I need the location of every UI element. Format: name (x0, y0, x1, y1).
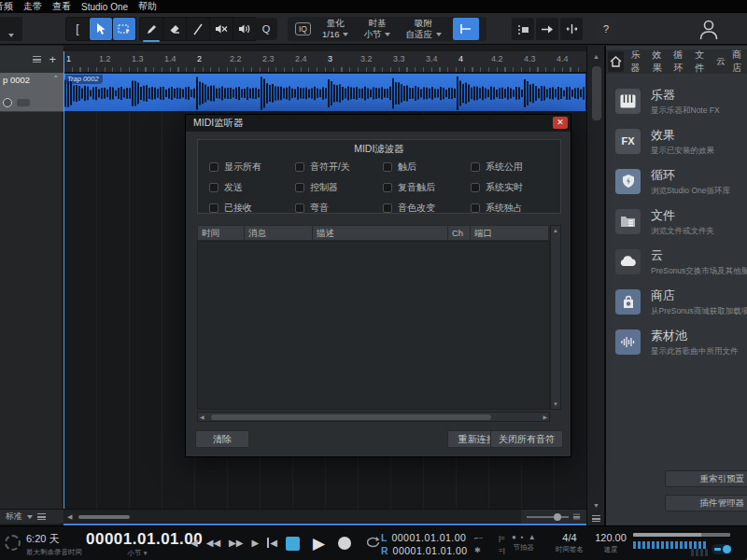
precount-icon[interactable]: ● (512, 533, 516, 541)
scroll-down-icon[interactable]: ▼ (593, 502, 599, 509)
browser-item-shop[interactable]: 商店从PreSonus商城获取加载项 (615, 289, 747, 317)
nudge-back-icon[interactable]: ◀ (190, 538, 198, 548)
performance-meter-icon[interactable] (5, 535, 21, 551)
tab-cloud[interactable]: 云 (716, 55, 726, 68)
dialog-vertical-scrollbar[interactable]: ▲ ▼ (550, 225, 561, 410)
browser-item-files[interactable]: 文件浏览文件或文件夹 (615, 209, 747, 237)
range-tool-button[interactable] (113, 18, 135, 40)
arrange-view-dropdown[interactable] (0, 17, 22, 41)
help-button[interactable]: ? (595, 18, 617, 40)
reindex-presets-button[interactable]: 重索引预置 (665, 470, 747, 487)
menu-item[interactable]: 查看 (52, 0, 71, 13)
loop-start-value[interactable]: 00001.01.01.00 (391, 531, 466, 544)
browser-item-cloud[interactable]: 云PreSonus交换市场及其他服务 (615, 249, 747, 277)
column-header[interactable]: 描述 (313, 226, 448, 240)
eraser-tool-button[interactable] (163, 18, 186, 40)
loop-end-value[interactable]: 00001.01.01.00 (393, 544, 468, 557)
time-format-dropdown[interactable]: 小节 ▾ (86, 549, 189, 558)
menu-item[interactable]: 音频 (0, 0, 13, 13)
timeline-ruler[interactable]: 11.21.31.422.22.32.433.23.33.444.24.34.4 (63, 51, 586, 73)
checkbox-box[interactable] (209, 162, 218, 172)
tab-instruments[interactable]: 乐器 (630, 49, 645, 75)
checkbox-poly-aftertouch[interactable]: 复音触后 (383, 181, 435, 194)
tab-home[interactable] (608, 51, 624, 72)
track-height-button[interactable] (560, 18, 583, 40)
scroll-left-icon[interactable]: ◀ (200, 413, 204, 420)
zoom-control[interactable] (521, 510, 586, 524)
checkbox-box[interactable] (295, 162, 304, 172)
browser-item-pool[interactable]: 素材池显示此首歌曲中所用文件 (615, 329, 747, 357)
main-output-toggle[interactable] (712, 544, 732, 554)
autoscroll-button[interactable] (536, 18, 558, 40)
zoom-slider[interactable] (527, 516, 569, 518)
checkbox-note-on-off[interactable]: 音符开/关 (295, 161, 350, 174)
scroll-right-icon[interactable]: ▶ (543, 413, 547, 420)
monitor-button[interactable] (3, 98, 12, 107)
loop-button[interactable] (364, 536, 381, 551)
return-to-start-icon[interactable]: ◀ (267, 538, 277, 548)
checkbox-pitch-bend[interactable]: 弯音 (295, 202, 329, 215)
checkbox-box[interactable] (209, 183, 218, 192)
input-quantize-button[interactable]: IQ (295, 22, 311, 35)
scroll-up-icon[interactable]: ▲ (593, 53, 599, 60)
clear-button[interactable]: 清除 (195, 430, 249, 448)
menu-item[interactable]: Studio One (81, 2, 128, 12)
dialog-hscroll-thumb[interactable] (211, 414, 491, 420)
checkbox-box[interactable] (295, 203, 304, 213)
vertical-scrollbar[interactable]: ▲ ▼ (586, 46, 605, 525)
settings-gear-icon[interactable]: ✱ (474, 546, 491, 554)
split-tool-button[interactable] (187, 18, 209, 40)
horizontal-scrollbar[interactable]: ◀ (63, 510, 521, 524)
arrow-tool-button[interactable] (90, 18, 112, 40)
menu-item[interactable]: 帮助 (138, 0, 157, 13)
play-button[interactable]: ▶ (313, 537, 325, 551)
add-track-icon[interactable]: + (49, 52, 56, 66)
all-notes-off-button[interactable]: 关闭所有音符 (490, 430, 563, 448)
snap-toggle-button[interactable] (453, 18, 479, 40)
preroll-icon[interactable]: ⌐~ (474, 534, 491, 542)
checkbox-aftertouch[interactable]: 触后 (383, 161, 416, 174)
tab-loops[interactable]: 循环 (673, 49, 688, 75)
checkbox-box[interactable] (295, 183, 304, 192)
track-list-menu-icon[interactable] (33, 56, 41, 63)
checkbox-sysex[interactable]: 系统独占 (471, 202, 523, 215)
checkbox-sent[interactable]: 发送 (209, 181, 243, 194)
timebase-dropdown[interactable]: 时基 小节 (359, 18, 394, 40)
zoom-slider-knob[interactable] (554, 513, 561, 521)
tab-files[interactable]: 文件 (695, 49, 710, 75)
column-header[interactable]: 时间 (198, 226, 245, 240)
time-signature-value[interactable]: 4/4 (553, 532, 586, 543)
playhead-position-display[interactable]: 00001.01.01.00 (86, 530, 189, 549)
checkbox-received[interactable]: 已接收 (209, 202, 252, 215)
checkbox-system-common[interactable]: 系统公用 (471, 161, 523, 174)
vertical-scroll-thumb[interactable] (592, 66, 601, 120)
checkbox-box[interactable] (209, 203, 218, 213)
checkbox-box[interactable] (471, 162, 480, 172)
checkbox-show-all[interactable]: 显示所有 (209, 161, 261, 174)
quantize-dropdown[interactable]: 量化 1/16 (318, 18, 353, 40)
rewind-icon[interactable]: ◀◀ (206, 538, 220, 548)
plugin-manager-button[interactable]: 插件管理器 (665, 495, 747, 511)
checkbox-controller[interactable]: 控制器 (295, 181, 338, 194)
scroll-left-icon[interactable]: ◀ (63, 513, 76, 521)
column-header[interactable]: 消息 (245, 226, 313, 240)
record-button[interactable] (338, 537, 351, 550)
grid-settings-button[interactable] (512, 18, 534, 40)
horizontal-scroll-thumb[interactable] (78, 515, 130, 519)
checkbox-box[interactable] (471, 203, 480, 213)
dialog-title-bar[interactable]: MIDI监听器 ✕ (186, 115, 571, 132)
checkbox-system-realtime[interactable]: 系统实时 (471, 181, 523, 194)
event-table-body[interactable] (197, 241, 550, 410)
audio-clip[interactable]: Trap 0002 (63, 73, 586, 112)
panel-resize-handle[interactable] (742, 530, 747, 560)
browser-item-instruments[interactable]: 乐器显示乐器和Note FX (615, 89, 747, 117)
browser-item-loops[interactable]: 循环浏览Studio One循环库 (615, 169, 747, 197)
column-header[interactable]: 端口 (471, 226, 549, 240)
zoom-menu-icon[interactable] (573, 514, 580, 520)
close-icon[interactable]: ✕ (553, 117, 568, 129)
mute-tool-button[interactable] (210, 18, 233, 40)
checkbox-box[interactable] (471, 183, 480, 192)
checkbox-program-change[interactable]: 音色改变 (383, 202, 435, 215)
dialog-horizontal-scrollbar[interactable]: ◀ ▶ (197, 412, 550, 422)
listen-tool-button[interactable] (233, 18, 256, 40)
